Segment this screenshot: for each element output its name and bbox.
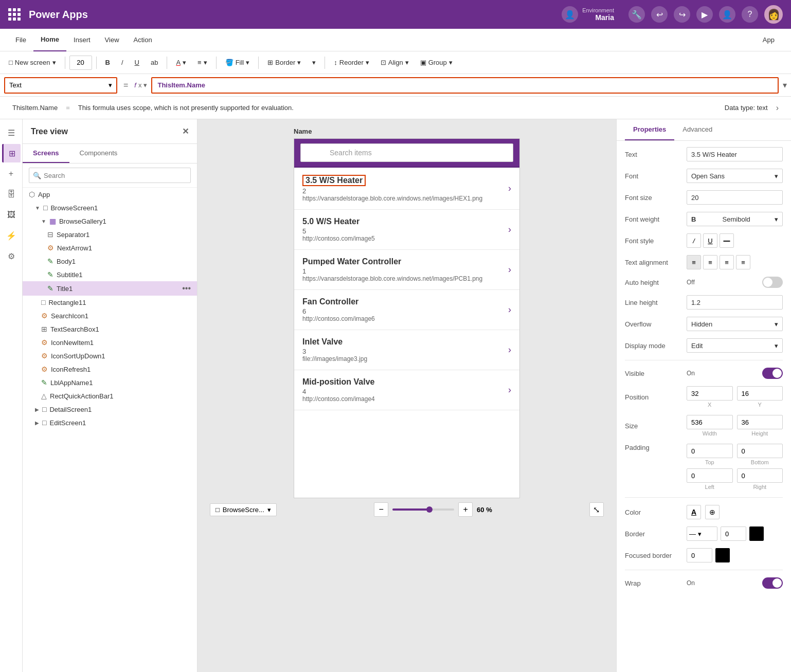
tree-item-textsearchbox1[interactable]: ⊞ TextSearchBox1 bbox=[23, 322, 197, 336]
tab-advanced[interactable]: Advanced bbox=[674, 119, 721, 140]
tree-item-rectquickactionbar1[interactable]: △ RectQuickActionBar1 bbox=[23, 389, 197, 403]
border-color-swatch[interactable] bbox=[749, 526, 764, 541]
tab-properties[interactable]: Properties bbox=[625, 119, 674, 140]
tree-item-iconrefresh1[interactable]: ⚙ IconRefresh1 bbox=[23, 362, 197, 376]
tree-item-rectangle11[interactable]: □ Rectangle11 bbox=[23, 296, 197, 309]
prop-input-lineheight[interactable]: 1.2 bbox=[687, 295, 783, 310]
sidebar-icon-layers[interactable]: ⊞ bbox=[2, 144, 21, 162]
color-picker-icon[interactable]: ⊕ bbox=[705, 505, 720, 519]
canvas-list-item-0[interactable]: 3.5 W/S Heater2https://vanarsdelstorage.… bbox=[294, 168, 519, 210]
tree-close-button[interactable]: ✕ bbox=[182, 126, 189, 136]
sidebar-icon-data[interactable]: 🗄 bbox=[2, 185, 21, 204]
text-color-button[interactable]: A ▾ bbox=[171, 55, 191, 71]
tree-item-lblappname1[interactable]: ✎ LblAppName1 bbox=[23, 376, 197, 389]
canvas-item-arrow-1[interactable]: › bbox=[508, 224, 511, 235]
formula-fx-button[interactable]: f x ▾ bbox=[134, 81, 147, 89]
border-style-dropdown[interactable]: — ▾ bbox=[687, 526, 717, 541]
focusedborder-width-input[interactable]: 0 bbox=[687, 548, 712, 562]
padding-bottom-input[interactable]: 0 bbox=[737, 444, 783, 458]
tree-search-input[interactable] bbox=[29, 168, 191, 183]
menu-insert[interactable]: Insert bbox=[66, 29, 98, 51]
tree-item-iconnewitem1[interactable]: ⚙ IconNewItem1 bbox=[23, 336, 197, 349]
tree-item-body1[interactable]: ✎ Body1 bbox=[23, 255, 197, 268]
help-icon[interactable]: ? bbox=[742, 6, 758, 23]
wrap-toggle[interactable] bbox=[762, 577, 783, 589]
canvas-item-arrow-2[interactable]: › bbox=[508, 264, 511, 275]
canvas-list-item-1[interactable]: 5.0 W/S Heater5http://contoso.com/image5… bbox=[294, 210, 519, 250]
canvas-list-item-2[interactable]: Pumped Water Controller1https://vanarsde… bbox=[294, 250, 519, 290]
padding-right-input[interactable]: 0 bbox=[737, 468, 783, 483]
underline-button[interactable]: U bbox=[130, 55, 144, 71]
align-button[interactable]: ≡ ▾ bbox=[193, 55, 212, 71]
bold-button[interactable]: B bbox=[101, 55, 115, 71]
screen-selector[interactable]: □ BrowseScre... ▾ bbox=[210, 503, 277, 516]
tree-item-editscreen1[interactable]: ▶ □ EditScreen1 bbox=[23, 416, 197, 429]
italic-button[interactable]: / bbox=[117, 55, 128, 71]
fill-button[interactable]: 🪣 Fill ▾ bbox=[221, 55, 255, 71]
prop-input-text[interactable]: 3.5 W/S Heater bbox=[687, 147, 783, 161]
textalign-justify-button[interactable]: ≡ bbox=[736, 255, 750, 269]
position-y-input[interactable]: 16 bbox=[737, 386, 783, 401]
border-extra-button[interactable]: ▾ bbox=[308, 55, 320, 71]
prop-dropdown-displaymode[interactable]: Edit ▾ bbox=[687, 338, 783, 353]
undo-icon[interactable]: ↩ bbox=[651, 6, 668, 23]
border-button[interactable]: ⊞ Border ▾ bbox=[263, 55, 305, 71]
tree-tab-screens[interactable]: Screens bbox=[23, 144, 69, 163]
play-icon[interactable]: ▶ bbox=[696, 6, 713, 23]
canvas-list-item-3[interactable]: Fan Controller6http://contoso.com/image6… bbox=[294, 290, 519, 330]
canvas-search-input[interactable]: Search items bbox=[300, 143, 513, 162]
color-text-icon[interactable]: A bbox=[687, 505, 701, 519]
menu-action[interactable]: Action bbox=[127, 29, 159, 51]
autoheight-toggle[interactable] bbox=[762, 277, 783, 288]
expand-button[interactable]: ⤡ bbox=[589, 502, 604, 517]
fontstyle-strikethrough-button[interactable]: — bbox=[720, 233, 734, 248]
canvas-item-arrow-0[interactable]: › bbox=[508, 183, 511, 194]
reorder-button[interactable]: ↕ Reorder ▾ bbox=[329, 55, 373, 71]
apps-grid-icon[interactable] bbox=[8, 8, 21, 21]
stethoscope-icon[interactable]: 🔧 bbox=[628, 6, 645, 23]
fontstyle-italic-button[interactable]: / bbox=[687, 233, 701, 248]
tree-item-iconsortupdown1[interactable]: ⚙ IconSortUpDown1 bbox=[23, 349, 197, 362]
tree-item-detailscreen1[interactable]: ▶ □ DetailScreen1 bbox=[23, 403, 197, 416]
canvas-item-arrow-4[interactable]: › bbox=[508, 344, 511, 355]
size-height-input[interactable]: 36 bbox=[737, 415, 783, 429]
sidebar-icon-components[interactable]: ⚡ bbox=[2, 226, 21, 245]
formula-expand-icon[interactable]: ▾ bbox=[783, 80, 787, 90]
prop-input-fontsize[interactable]: 20 bbox=[687, 190, 783, 205]
canvas-item-arrow-5[interactable]: › bbox=[508, 385, 511, 395]
env-icon[interactable]: 👤 bbox=[562, 6, 578, 23]
canvas-list-item-4[interactable]: Inlet Valve3file://images/image3.jpg› bbox=[294, 330, 519, 370]
formula-info-chevron[interactable]: › bbox=[776, 103, 779, 113]
sidebar-icon-hamburger[interactable]: ☰ bbox=[2, 123, 21, 142]
zoom-handle[interactable] bbox=[426, 506, 433, 513]
menu-home[interactable]: Home bbox=[33, 29, 66, 51]
align-group-button[interactable]: ⊡ Align ▾ bbox=[376, 55, 414, 71]
title1-more-icon[interactable]: ••• bbox=[182, 284, 191, 293]
zoom-in-button[interactable]: + bbox=[458, 502, 473, 517]
fontstyle-underline-button[interactable]: U bbox=[703, 233, 717, 248]
padding-top-input[interactable]: 0 bbox=[687, 444, 733, 458]
canvas-item-arrow-3[interactable]: › bbox=[508, 304, 511, 315]
tree-item-nextarrow1[interactable]: ⚙ NextArrow1 bbox=[23, 241, 197, 255]
zoom-slider[interactable] bbox=[392, 508, 454, 511]
property-dropdown[interactable]: Text ▾ bbox=[4, 77, 117, 94]
sidebar-icon-media[interactable]: 🖼 bbox=[2, 206, 21, 224]
new-screen-button[interactable]: □ New screen ▾ bbox=[4, 55, 61, 71]
redo-icon[interactable]: ↪ bbox=[674, 6, 690, 23]
sidebar-icon-settings[interactable]: ⚙ bbox=[2, 247, 21, 265]
tree-tab-components[interactable]: Components bbox=[69, 144, 128, 163]
strikethrough-button[interactable]: ab bbox=[146, 55, 163, 71]
menu-file[interactable]: File bbox=[8, 29, 33, 51]
tree-item-title1[interactable]: ✎ Title1 ••• bbox=[23, 281, 197, 296]
formula-input[interactable]: ThisItem.Name bbox=[151, 77, 779, 94]
user-avatar[interactable]: 👩 bbox=[764, 5, 783, 24]
tree-item-browsescreen1[interactable]: ▼ □ BrowseScreen1 bbox=[23, 201, 197, 214]
tree-item-subtitle1[interactable]: ✎ Subtitle1 bbox=[23, 268, 197, 281]
tree-item-browsegallery1[interactable]: ▼ ▦ BrowseGallery1 bbox=[23, 214, 197, 228]
textalign-right-button[interactable]: ≡ bbox=[720, 255, 734, 269]
size-width-input[interactable]: 536 bbox=[687, 415, 733, 429]
prop-dropdown-font[interactable]: Open Sans ▾ bbox=[687, 169, 783, 183]
padding-left-input[interactable]: 0 bbox=[687, 468, 733, 483]
border-width-input[interactable]: 0 bbox=[721, 526, 746, 541]
prop-dropdown-fontweight[interactable]: B Semibold ▾ bbox=[687, 212, 783, 226]
